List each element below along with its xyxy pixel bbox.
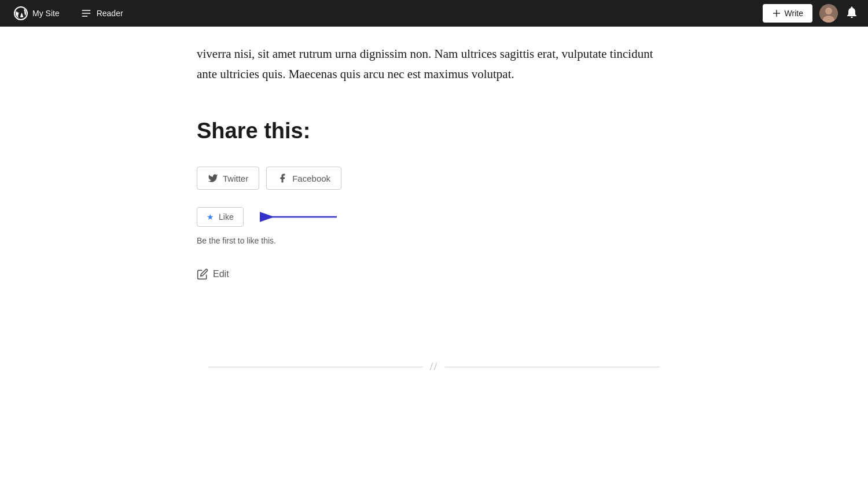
top-navbar: My Site Reader Write bbox=[0, 0, 868, 27]
footer-line-left bbox=[208, 367, 423, 367]
share-buttons-row: Twitter Facebook bbox=[197, 167, 671, 190]
svg-rect-1 bbox=[82, 10, 90, 11]
main-content: viverra nisi, sit amet rutrum urna digni… bbox=[174, 0, 694, 373]
article-body-text: viverra nisi, sit amet rutrum urna digni… bbox=[197, 27, 671, 107]
navbar-left: My Site Reader bbox=[9, 3, 128, 24]
wordpress-logo-icon bbox=[14, 6, 28, 20]
navbar-right: Write bbox=[763, 4, 859, 23]
bell-icon bbox=[845, 5, 859, 19]
avatar[interactable] bbox=[819, 4, 838, 23]
like-arrow-indicator bbox=[253, 211, 337, 223]
like-section: ★ Like Be the first to l bbox=[197, 207, 671, 245]
like-subtext: Be the first to like this. bbox=[197, 236, 671, 245]
write-plus-icon bbox=[772, 9, 781, 18]
star-icon: ★ bbox=[207, 212, 214, 222]
footer-divider: // bbox=[197, 361, 671, 373]
facebook-share-button[interactable]: Facebook bbox=[266, 167, 341, 190]
like-label: Like bbox=[219, 212, 234, 222]
footer-line-right bbox=[445, 367, 660, 367]
my-site-label: My Site bbox=[32, 9, 60, 18]
svg-rect-2 bbox=[82, 13, 90, 14]
twitter-label: Twitter bbox=[223, 174, 248, 183]
reader-label: Reader bbox=[97, 9, 123, 18]
twitter-bird-icon bbox=[208, 173, 218, 183]
svg-rect-5 bbox=[773, 13, 780, 13]
reader-icon bbox=[80, 8, 92, 19]
share-section: Share this: Twitter Facebook bbox=[197, 107, 671, 338]
write-label: Write bbox=[785, 9, 803, 18]
facebook-icon bbox=[277, 173, 288, 183]
like-button[interactable]: ★ Like bbox=[197, 207, 244, 227]
edit-icon bbox=[197, 268, 208, 280]
twitter-share-button[interactable]: Twitter bbox=[197, 167, 259, 190]
share-heading: Share this: bbox=[197, 119, 671, 143]
avatar-icon bbox=[819, 4, 838, 23]
svg-point-7 bbox=[825, 8, 832, 14]
notifications-bell-icon[interactable] bbox=[845, 5, 859, 22]
svg-rect-3 bbox=[82, 16, 87, 17]
edit-link[interactable]: Edit bbox=[197, 268, 229, 280]
reader-nav-item[interactable]: Reader bbox=[76, 4, 128, 23]
write-button[interactable]: Write bbox=[763, 4, 812, 23]
like-row: ★ Like bbox=[197, 207, 671, 227]
footer-slash-text: // bbox=[423, 361, 445, 373]
edit-label: Edit bbox=[213, 269, 229, 279]
my-site-nav-item[interactable]: My Site bbox=[9, 3, 64, 24]
edit-section: Edit bbox=[197, 268, 671, 280]
facebook-label: Facebook bbox=[292, 174, 330, 183]
left-arrow-icon bbox=[253, 211, 337, 223]
